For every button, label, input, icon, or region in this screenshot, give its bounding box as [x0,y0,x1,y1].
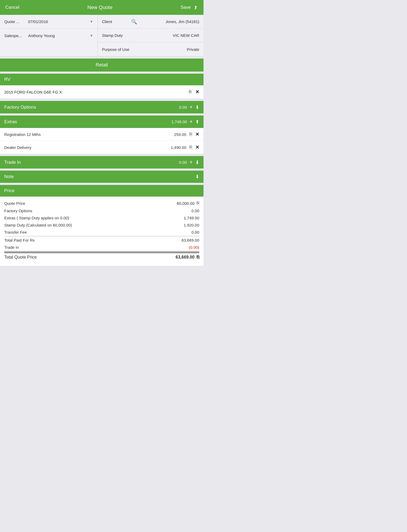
price-row-6: Trade In (0.00) [4,244,199,252]
total-quote-price-label: Total Quote Price [4,255,37,260]
price-row-0: Quote Price 60,000.00 ⎘ [4,199,199,207]
stamp-duty-row[interactable]: Stamp Duty VIC NEW CAR [98,29,204,42]
extras-item-1-label: Dealer Delivery [4,145,32,150]
header: Cancel New Quote Save ⮭︎ [0,0,204,15]
trade-in-actions: 0.00 + ⬇ [179,159,199,165]
purpose-row[interactable]: Purpose of Use Private [98,42,204,56]
extras-header: Extras 1,749.00 + ⬆ [0,116,204,128]
total-quote-price-value: 63,669.00 ⎘ [176,255,199,260]
extras-label: Extras [4,119,17,125]
price-label-6: Trade In [4,245,19,250]
price-value-5: 63,669.00 [182,238,199,242]
price-label-2: Extras ( Stamp Duty applies on 0.00) [4,216,69,220]
price-row-1: Factory Options 0.00 [4,207,199,214]
rv-vehicle-name: 2015 FORD FALCON G6E FG X [4,90,62,94]
total-price-edit-icon[interactable]: ⎘ [197,255,199,260]
salesperson-value: Anthony Young [28,33,90,38]
price-label: Price [4,188,15,193]
top-left-panel: Quote ... 07/01/2016 ▼ Salespe... Anthon… [0,15,98,56]
price-label-0: Quote Price [4,201,25,206]
factory-options-expand-icon[interactable]: ⬇ [195,104,199,110]
quote-date-label: Quote ... [4,19,28,24]
share-icon[interactable]: ⮭︎ [193,5,198,10]
rv-label: RV [4,77,10,82]
price-row-5: Total Paid For Rv 63,669.00 [4,236,199,244]
price-label-5: Total Paid For Rv [4,238,35,242]
factory-options-header: Factory Options 0.00 + ⬇ [0,101,204,113]
top-info-section: Quote ... 07/01/2016 ▼ Salespe... Anthon… [0,15,204,56]
extras-actions: 1,749.00 + ⬆ [171,119,199,125]
rv-vehicle-row: 2015 FORD FALCON G6E FG X ⎘ ✕ [0,85,204,99]
price-value-2: 1,749.00 [184,216,199,220]
header-right: Save ⮭︎ [180,5,198,10]
cancel-button[interactable]: Cancel [5,5,19,10]
factory-options-label: Factory Options [4,105,36,110]
retail-header: Retail [0,59,204,72]
note-label: Note [4,174,14,179]
client-label: Client [102,19,131,24]
page-title: New Quote [87,5,113,10]
price-label-1: Factory Options [4,209,32,213]
salesperson-row[interactable]: Salespe... Anthony Young ▼ [0,29,98,42]
stamp-duty-value: VIC NEW CAR [131,33,199,38]
factory-options-actions: 0.00 + ⬇ [179,104,199,110]
extras-item-0-value: 259.00 [174,132,186,137]
price-row-2: Extras ( Stamp Duty applies on 0.00) 1,7… [4,214,199,221]
salesperson-label: Salespe... [4,33,28,38]
price-value-3: 1,920.00 [184,223,199,227]
price-header: Price [0,185,204,197]
price-value-0: 60,000.00 [177,201,194,206]
note-header: Note ⬇ [0,171,204,183]
price-label-4: Transfer Fee [4,230,27,234]
extras-item-1-edit-icon[interactable]: ⎘ [189,145,192,150]
rv-delete-icon[interactable]: ✕ [195,89,199,95]
note-actions: ⬇ [195,174,199,180]
factory-options-value: 0.00 [179,105,187,109]
quote-date-row[interactable]: Quote ... 07/01/2016 ▼ [0,15,98,29]
client-search-icon[interactable]: 🔍 [131,19,137,25]
trade-in-expand-icon[interactable]: ⬇ [195,159,199,165]
salesperson-dropdown-icon[interactable]: ▼ [90,34,93,38]
rv-section-header: RV [0,74,204,85]
price-total-row: Total Quote Price 63,669.00 ⎘ [4,252,199,261]
extras-item-0: Registration 12 Mths 259.00 ⎘ ✕ [0,128,204,141]
trade-in-header: Trade In 0.00 + ⬇ [0,156,204,169]
client-value: Jones, Jim (54181) [139,19,199,24]
save-button[interactable]: Save [180,5,191,10]
price-row-3: Stamp Duty (Calculated on 60,000.00) 1,9… [4,221,199,229]
rv-edit-icon[interactable]: ⎘ [189,89,192,95]
quote-date-value: 07/01/2016 [28,19,90,24]
price-label-3: Stamp Duty (Calculated on 60,000.00) [4,223,72,227]
extras-add-icon[interactable]: + [189,119,193,125]
client-row[interactable]: Client 🔍 Jones, Jim (54181) [98,15,204,29]
factory-options-add-icon[interactable]: + [189,104,193,110]
extras-item-1-right: 1,490.00 ⎘ ✕ [171,144,199,150]
extras-expand-icon[interactable]: ⬆ [195,119,199,125]
trade-in-value: 0.00 [179,160,187,165]
retail-label: Retail [96,62,108,68]
top-right-panel: Client 🔍 Jones, Jim (54181) Stamp Duty V… [98,15,204,56]
quote-date-dropdown-icon[interactable]: ▼ [90,20,93,24]
extras-value: 1,749.00 [171,119,187,124]
price-value-4: 0.00 [192,230,199,234]
quote-price-edit-icon[interactable]: ⎘ [197,201,199,206]
price-row-4: Transfer Fee 0.00 [4,229,199,236]
stamp-duty-label: Stamp Duty [102,33,131,38]
extras-item-0-edit-icon[interactable]: ⎘ [189,132,192,137]
purpose-value: Private [131,47,199,52]
extras-item-1-delete-icon[interactable]: ✕ [195,144,199,150]
price-value-6: (0.00) [189,245,199,250]
extras-item-0-delete-icon[interactable]: ✕ [195,131,199,137]
trade-in-add-icon[interactable]: + [189,159,193,165]
extras-item-0-right: 259.00 ⎘ ✕ [174,131,199,137]
extras-item-0-label: Registration 12 Mths [4,132,41,137]
price-section: Quote Price 60,000.00 ⎘ Factory Options … [0,197,204,266]
note-expand-icon[interactable]: ⬇ [195,174,199,180]
purpose-label: Purpose of Use [102,47,131,52]
rv-actions: ⎘ ✕ [189,89,199,95]
extras-item-1: Dealer Delivery 1,490.00 ⎘ ✕ [0,141,204,154]
price-value-1: 0.00 [192,209,199,213]
extras-item-1-value: 1,490.00 [171,145,186,150]
trade-in-label: Trade In [4,160,21,165]
